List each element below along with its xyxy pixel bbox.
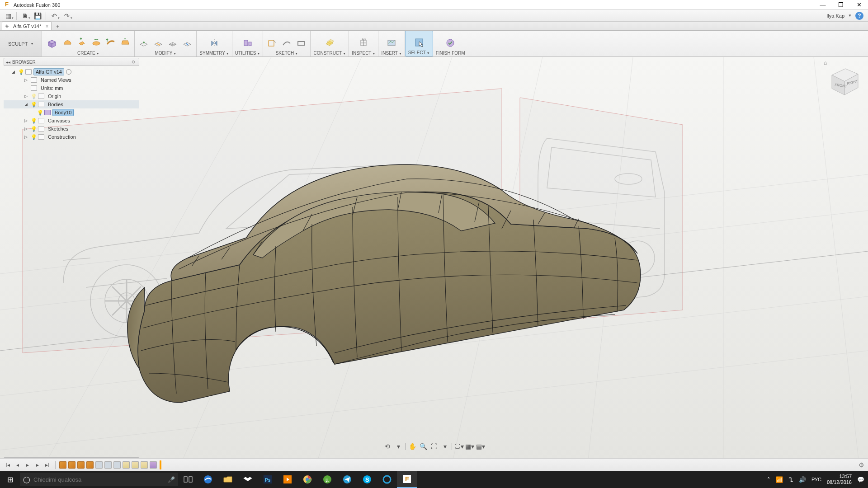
- collapse-icon[interactable]: ◂◂: [6, 60, 10, 65]
- insert-group[interactable]: INSERT▼: [378, 31, 405, 56]
- file-menu-button[interactable]: 🗎▾: [19, 11, 31, 21]
- tray-notifications-icon[interactable]: 💬: [857, 476, 864, 483]
- tray-wifi-icon[interactable]: ⇅: [788, 476, 793, 483]
- expand-icon[interactable]: ◢: [24, 102, 29, 107]
- create-face-icon[interactable]: [61, 36, 74, 49]
- sketch-group[interactable]: SKETCH▼: [263, 31, 311, 56]
- select-icon[interactable]: [412, 36, 426, 49]
- create-sweep-icon[interactable]: [104, 36, 117, 49]
- start-button[interactable]: ⊞: [0, 471, 20, 488]
- sketch-line-icon[interactable]: [280, 37, 293, 50]
- taskbar-media[interactable]: [278, 471, 297, 488]
- taskbar-utorrent[interactable]: µ: [317, 471, 337, 488]
- save-button[interactable]: 💾: [32, 11, 43, 21]
- zoom-button[interactable]: 🔍: [418, 442, 428, 451]
- user-name[interactable]: Ilya Kap: [826, 13, 844, 19]
- tree-bodies[interactable]: ◢ 💡 Bodies: [4, 100, 139, 108]
- finish-form-group[interactable]: FINISH FORM: [433, 31, 468, 56]
- timeline-play-button[interactable]: ▸: [24, 461, 32, 469]
- create-box-icon[interactable]: [45, 36, 59, 50]
- tree-root[interactable]: ◢ 💡 Alfa GT v14: [4, 68, 139, 76]
- timeline-forward-button[interactable]: ▸: [33, 461, 42, 469]
- visibility-icon[interactable]: 💡: [31, 126, 36, 132]
- search-input[interactable]: [33, 476, 165, 483]
- tree-body10[interactable]: 💡 Body10: [4, 108, 139, 117]
- tree-sketches[interactable]: ▷ 💡 Sketches: [4, 125, 139, 133]
- tray-volume-icon[interactable]: 🔊: [799, 476, 806, 483]
- taskbar-cortana-app[interactable]: [377, 471, 397, 488]
- timeline-feature-sketch[interactable]: [95, 461, 103, 469]
- maximize-button[interactable]: ❐: [832, 0, 850, 10]
- timeline-feature-sketch[interactable]: [104, 461, 112, 469]
- pin-icon[interactable]: ⊙: [132, 60, 137, 64]
- viewport-layout-button[interactable]: ▤▾: [476, 442, 486, 451]
- taskbar-explorer[interactable]: [218, 471, 238, 488]
- utilities-group[interactable]: UTILITIES▼: [232, 31, 264, 56]
- timeline-marker[interactable]: [160, 460, 161, 469]
- expand-icon[interactable]: ▷: [24, 127, 29, 131]
- visibility-icon[interactable]: 💡: [31, 118, 36, 124]
- taskbar-chrome[interactable]: [297, 471, 317, 488]
- tree-canvases[interactable]: ▷ 💡 Canvases: [4, 117, 139, 125]
- edit-form-icon[interactable]: [137, 37, 150, 50]
- orbit-button[interactable]: ⟲: [382, 442, 392, 451]
- cortana-search[interactable]: ◯ 🎤: [20, 473, 178, 486]
- task-view-button[interactable]: [178, 471, 198, 488]
- timeline-feature-plane[interactable]: [132, 461, 139, 469]
- create-extrude-icon[interactable]: [75, 36, 88, 49]
- timeline-settings-button[interactable]: ⚙: [859, 461, 864, 469]
- tray-network-icon[interactable]: 📶: [776, 476, 783, 483]
- subdivide-icon[interactable]: [166, 37, 179, 50]
- tree-units[interactable]: ▷ Units: mm: [4, 84, 139, 92]
- inspect-icon[interactable]: 123: [356, 36, 371, 50]
- merge-edge-icon[interactable]: [181, 37, 193, 50]
- timeline-feature-sketch[interactable]: [113, 461, 121, 469]
- timeline-feature-canvas[interactable]: [77, 461, 85, 469]
- workspace-switcher[interactable]: SCULPT▼: [0, 31, 42, 56]
- expand-icon[interactable]: ◢: [12, 70, 16, 74]
- zoom-window-button[interactable]: ▾: [440, 442, 450, 451]
- view-cube[interactable]: ⌂ FRONT RIGHT: [823, 59, 863, 99]
- inspect-group[interactable]: 123 INSPECT▼: [349, 31, 378, 56]
- taskbar-edge[interactable]: [198, 471, 218, 488]
- create-revolve-icon[interactable]: [90, 36, 103, 49]
- utilities-icon[interactable]: [241, 36, 255, 50]
- timeline-end-button[interactable]: ▸I: [43, 461, 52, 469]
- viewport[interactable]: ◂◂ BROWSER ⊙ ◢ 💡 Alfa GT v14 ▷ Named Vie…: [0, 57, 868, 468]
- insert-decal-icon[interactable]: [384, 36, 399, 50]
- activate-icon[interactable]: [66, 69, 71, 75]
- expand-icon[interactable]: ▷: [24, 94, 29, 99]
- new-tab-button[interactable]: ＋: [52, 22, 62, 30]
- undo-button[interactable]: ↶▾: [48, 11, 60, 21]
- tree-construction[interactable]: ▷ 💡 Construction: [4, 133, 139, 141]
- timeline-feature-plane[interactable]: [123, 461, 130, 469]
- visibility-icon[interactable]: 💡: [31, 102, 36, 108]
- timeline-back-button[interactable]: ◂: [14, 461, 22, 469]
- taskbar-dropbox[interactable]: [238, 471, 258, 488]
- taskbar-fusion[interactable]: F: [397, 471, 417, 488]
- look-at-button[interactable]: ▾: [393, 442, 403, 451]
- grid-settings-button[interactable]: ▦▾: [465, 442, 475, 451]
- visibility-icon[interactable]: 💡: [18, 69, 24, 75]
- construct-plane-icon[interactable]: [322, 36, 337, 50]
- timeline-feature-canvas[interactable]: [86, 461, 94, 469]
- insert-edge-icon[interactable]: [152, 37, 165, 50]
- create-loft-icon[interactable]: [119, 36, 132, 49]
- finish-form-icon[interactable]: [443, 36, 458, 50]
- sketch-create-icon[interactable]: [266, 37, 278, 50]
- taskbar-telegram[interactable]: [337, 471, 357, 488]
- user-menu-arrow[interactable]: ▼: [848, 14, 852, 18]
- tray-chevron-icon[interactable]: ˄: [767, 476, 770, 483]
- timeline-start-button[interactable]: I◂: [4, 461, 12, 469]
- close-button[interactable]: ✕: [850, 0, 868, 10]
- pan-button[interactable]: ✋: [407, 442, 417, 451]
- browser-header[interactable]: ◂◂ BROWSER ⊙: [4, 58, 139, 66]
- display-settings-button[interactable]: 🖵▾: [454, 442, 464, 451]
- expand-icon[interactable]: ▷: [24, 78, 29, 82]
- modify-group[interactable]: MODIFY▼: [135, 31, 197, 56]
- expand-icon[interactable]: ▷: [24, 118, 29, 123]
- timeline-feature-canvas[interactable]: [68, 461, 75, 469]
- select-group[interactable]: SELECT▼: [405, 31, 433, 56]
- tree-named-views[interactable]: ▷ Named Views: [4, 76, 139, 84]
- document-tab[interactable]: ◈ Alfa GT v14* ×: [2, 21, 52, 30]
